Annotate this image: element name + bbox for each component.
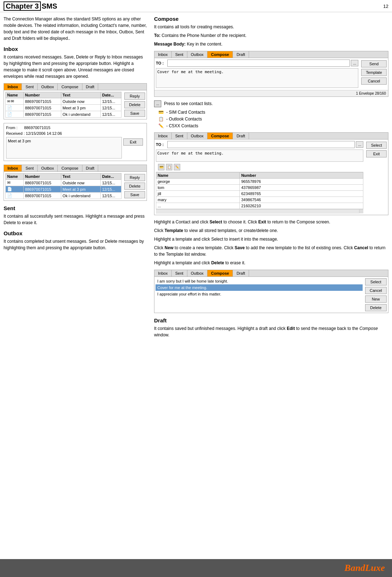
tab-outbox-cx[interactable]: Outbox <box>187 133 207 139</box>
table-row[interactable]: mary 349867546 <box>156 197 363 203</box>
table-row[interactable]: 📄 886970071015 Meet at 3 pm 12/15... <box>6 186 121 193</box>
delete-button-1[interactable]: Delete <box>124 101 145 108</box>
contacts-to-input[interactable] <box>167 141 355 148</box>
save-button-2[interactable]: Save <box>124 191 145 198</box>
page-number: 12 <box>383 4 388 9</box>
cancel-template-button[interactable]: Cancel <box>365 287 387 294</box>
contacts-compose-form: TO : ... Cover for me at the meeting. 💳 … <box>154 139 365 215</box>
table-row[interactable]: 📄 886970071015 Meet at 3 pm 12/15... <box>6 105 121 111</box>
table-row[interactable]: george 965578976 <box>156 179 363 185</box>
inbox-list-area-1: Name Number Text Date... ✉ 886970071015 … <box>4 90 123 119</box>
contacts-btn-cx[interactable]: ... <box>356 141 363 148</box>
draft-heading: Draft <box>154 317 388 323</box>
tab-sent-t[interactable]: Sent <box>172 270 187 276</box>
sent-description: It contains all successfully sent messag… <box>4 213 147 226</box>
cancel-button-1[interactable]: Cancel <box>361 77 387 85</box>
contacts-scrollbar[interactable] <box>359 209 363 213</box>
template-button-1[interactable]: Template <box>361 69 387 76</box>
tab-outbox-c1[interactable]: Outbox <box>187 51 207 58</box>
select-contact-button[interactable]: Select <box>366 142 387 149</box>
contact-name: mary <box>156 197 240 203</box>
inbox-sms-box-1: Inbox Sent Outbox Compose Draft Name Num… <box>4 83 147 119</box>
to-input-1[interactable] <box>167 60 350 67</box>
tab-inbox-2[interactable]: Inbox <box>4 165 22 171</box>
contacts-scroll-footer <box>156 209 363 213</box>
outbox-heading: Outbox <box>4 230 147 236</box>
tab-sent-1[interactable]: Sent <box>22 84 38 90</box>
tab-draft-2[interactable]: Draft <box>82 165 99 171</box>
compose-desc1: It contains all tools for creating messa… <box>154 24 388 30</box>
contacts-col-number: Number <box>240 172 363 179</box>
tab-draft-t[interactable]: Draft <box>233 270 249 276</box>
new-template-button[interactable]: New <box>365 295 387 303</box>
table-row[interactable]: ✉ 886970071015 Outside now 12/15... <box>6 98 121 105</box>
msg-exit-area: Exit <box>122 137 144 159</box>
inbox-tabs-2: Inbox Sent Outbox Compose Draft <box>4 165 147 172</box>
cell-date: 12/15... <box>100 98 121 105</box>
list-item[interactable]: I appreciate your effort in this matter. <box>156 291 363 297</box>
tab-inbox-c1[interactable]: Inbox <box>154 51 172 58</box>
send-button-1[interactable]: Send <box>361 60 387 67</box>
tab-sent-c1[interactable]: Sent <box>172 51 187 58</box>
table-row[interactable]: jill 623489765 <box>156 191 363 197</box>
save-button-1[interactable]: Save <box>124 110 145 117</box>
tab-compose-1[interactable]: Compose <box>58 84 82 90</box>
tab-outbox-1[interactable]: Outbox <box>38 84 58 90</box>
outlook-icon: 📋 <box>158 116 164 122</box>
list-item[interactable]: I am sorry but I will be home late tonig… <box>156 278 363 284</box>
tab-outbox-t[interactable]: Outbox <box>187 270 207 276</box>
tab-compose-c1[interactable]: Compose <box>207 51 233 58</box>
template-body: I am sorry but I will be home late tonig… <box>154 277 388 313</box>
select-template-button[interactable]: Select <box>365 278 387 285</box>
contacts-btn-1[interactable]: ... <box>351 60 358 66</box>
delete-button-2[interactable]: Delete <box>124 183 145 190</box>
tab-sent-2[interactable]: Sent <box>22 165 38 171</box>
cell-text: Outside now <box>61 180 100 186</box>
from-label: From : <box>6 126 18 130</box>
table-row[interactable]: 📄 886970071015 Ok i understand 12/15... <box>6 193 121 199</box>
compose-heading: Compose <box>154 16 388 22</box>
tab-draft-c1[interactable]: Draft <box>233 51 249 58</box>
tab-outbox-2[interactable]: Outbox <box>38 165 58 171</box>
cell-number: 886970071015 <box>23 180 61 186</box>
ellipsis-desc: ... Press to see contact lists. <box>154 100 388 107</box>
contact-number: 216026210 <box>240 203 363 209</box>
table-row[interactable]: tom 437865987 <box>156 185 363 191</box>
table-row[interactable]: ... 216026210 <box>156 203 363 209</box>
tab-compose-cx[interactable]: Compose <box>207 133 233 139</box>
col-date-1: Date... <box>100 92 121 98</box>
chapter-title: Chapter 3SMS <box>4 2 57 10</box>
cell-number: 886970071015 <box>23 105 61 111</box>
c5xx-icon-small[interactable]: ✏️ <box>174 164 180 170</box>
tab-inbox-t[interactable]: Inbox <box>154 270 172 276</box>
list-item[interactable]: Cover for me at the meeting. <box>156 284 363 291</box>
inbox-heading: Inbox <box>4 46 147 52</box>
tab-compose-t[interactable]: Compose <box>207 270 233 276</box>
contacts-to-row: TO : ... <box>156 141 363 148</box>
compose-textarea-1[interactable]: Cover for me at the meeting. <box>156 68 358 88</box>
tab-draft-1[interactable]: Draft <box>82 84 99 90</box>
msg-detail-box: From : 886970071015 Received : 12/15/200… <box>4 123 147 161</box>
contacts-textarea[interactable]: Cover for me at the meeting. <box>156 150 363 162</box>
tab-sent-cx[interactable]: Sent <box>172 133 187 139</box>
delete-template-button[interactable]: Delete <box>365 304 387 311</box>
outlook-icon-small[interactable]: 📋 <box>166 164 172 170</box>
tab-draft-cx[interactable]: Draft <box>233 133 249 139</box>
reply-button-2[interactable]: Reply <box>124 174 145 181</box>
table-row[interactable]: ✉ 886970071015 Outside now 12/15... <box>6 180 121 186</box>
exit-button[interactable]: Exit <box>123 138 143 146</box>
tab-inbox-1[interactable]: Inbox <box>4 84 22 90</box>
reply-button-1[interactable]: Reply <box>124 93 145 100</box>
inbox-buttons-1: Reply Delete Save <box>123 90 147 119</box>
contact-list: 💳 - SIM Card Contacts 📋 - Outlook Contac… <box>158 109 388 129</box>
tab-compose-2[interactable]: Compose <box>58 165 82 171</box>
cell-number: 886970071015 <box>23 111 61 118</box>
highlight-desc4: Click New to create a new template. Clic… <box>154 245 388 257</box>
sim-card-icon: 💳 <box>158 109 164 115</box>
tab-inbox-cx[interactable]: Inbox <box>154 133 172 139</box>
table-row[interactable]: 📄 886970071015 Ok i understand 12/15... <box>6 111 121 118</box>
contacts-table: Name Number george 965578976 t <box>156 172 363 209</box>
cell-name: 📄 <box>6 193 24 199</box>
exit-contact-button[interactable]: Exit <box>366 150 387 157</box>
sim-icon-small[interactable]: 💳 <box>158 164 164 170</box>
